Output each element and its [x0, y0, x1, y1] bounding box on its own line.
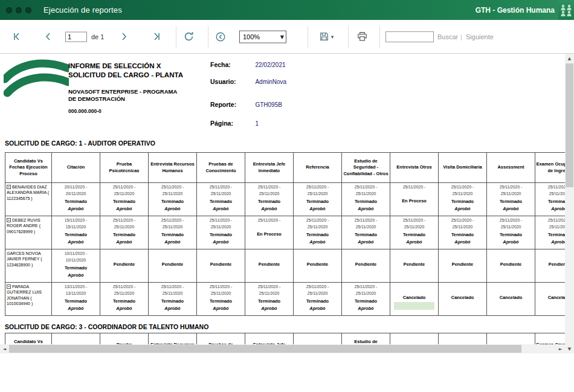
column-header: Entrevista Otros: [390, 333, 439, 345]
column-header: Pruebas de Conocimiento: [197, 153, 245, 183]
vertical-scroll-thumb[interactable]: [566, 63, 573, 187]
window-control-minimize[interactable]: [16, 7, 22, 13]
report-subtitle: NOVASOFT ENTERPRISE - PROGRAMA DE DEMOST…: [68, 88, 177, 103]
process-status-cell: 25/11/2020 -25/11/2020TerminadoAprobó: [100, 283, 149, 316]
process-status-cell: 25/11/2020 -25/11/2020TerminadoAprobó: [439, 183, 487, 216]
column-header: Entrevista Otros: [390, 153, 439, 183]
window-title: Ejecución de reportes: [44, 5, 122, 14]
process-status-cell: Pendiente: [535, 249, 566, 283]
report-meta: Fecha: 22/02/2021 Usuario: AdminNova Rep…: [210, 59, 349, 131]
chevron-down-icon: ▼: [280, 34, 286, 39]
last-page-button[interactable]: [149, 29, 164, 45]
meta-label: Página:: [210, 120, 253, 127]
next-page-button[interactable]: [116, 29, 132, 45]
candidate-row: BENAVIDES DIAZ ALEXANDRA MARIA ( 1122345…: [5, 183, 566, 216]
scroll-left-icon[interactable]: ◄: [0, 344, 9, 353]
scroll-right-icon[interactable]: ►: [556, 344, 565, 353]
process-status-cell: Pendiente: [487, 249, 535, 283]
process-status-cell: 25/11/2020 -En Proceso: [245, 216, 294, 249]
window-control-maximize[interactable]: [25, 7, 31, 13]
process-status-cell: 25/11/2020 -25/11/2020TerminadoAprobó: [294, 216, 342, 249]
print-button[interactable]: [354, 29, 370, 45]
scroll-down-icon[interactable]: ▼: [565, 344, 574, 353]
process-status-cell: 25/11/2020 -25/11/2020TerminadoAprobó: [294, 283, 342, 316]
expand-toggle-icon[interactable]: [7, 284, 11, 289]
horizontal-scroll-thumb[interactable]: [9, 345, 521, 353]
process-status-cell: 25/11/2020 -25/11/2020TerminadoAprobó: [197, 183, 245, 216]
column-header: Candidato Vs Fechas Ejecución Proceso: [5, 333, 52, 345]
export-save-button[interactable]: ▾: [314, 29, 338, 45]
meta-value: 1: [255, 120, 259, 127]
vertical-scrollbar[interactable]: ▲ ▼: [565, 54, 574, 353]
process-status-cell: 25/11/2020 -25/11/2020TerminadoAprobó: [535, 183, 566, 216]
toolbar-separator: [348, 26, 349, 48]
candidate-cell: PARADA GUTIERREZ LUIS JONATHAN ( 1010034…: [5, 283, 52, 316]
scroll-up-icon[interactable]: ▲: [565, 54, 574, 63]
column-header: Entrevista Recursos Humanos: [149, 153, 197, 183]
process-status-cell: Pendiente: [197, 249, 245, 283]
refresh-button[interactable]: [181, 29, 196, 45]
process-status-cell: Cancelado: [390, 283, 439, 316]
previous-page-button[interactable]: [40, 29, 56, 45]
first-page-button[interactable]: [8, 29, 24, 45]
selection-table-2: Candidato Vs Fechas Ejecución ProcesoCit…: [5, 333, 565, 344]
search-input[interactable]: [385, 31, 434, 42]
section-title-2: SOLICITUD DE CARGO: 3 - COORDINADOR DE T…: [5, 323, 208, 330]
process-status-cell: 25/11/2020 -25/11/2020TerminadoAprobó: [342, 283, 390, 316]
process-status-cell: Pendiente: [149, 249, 197, 283]
column-header: Entrevista Recursos Humanos: [149, 333, 197, 345]
candidate-cell: GARCES NOVOA JAVIER FERNEY ( 1234628900 …: [5, 249, 52, 283]
process-status-cell: 25/11/2020 -En Proceso: [390, 183, 439, 216]
report-subtitle-line1: NOVASOFT ENTERPRISE - PROGRAMA: [68, 88, 177, 95]
candidate-row: DEBEZ RUVIS ROGER ANDRE ( 09017628999 )1…: [5, 216, 566, 249]
process-status-cell: Cancelado: [487, 283, 535, 316]
report-title-line1: INFORME DE SELECCIÓN X: [68, 62, 183, 71]
column-header: Citación: [52, 153, 100, 183]
column-header: Citación: [52, 333, 100, 345]
process-status-cell: 25/11/2020 -25/11/2020TerminadoAprobó: [245, 183, 294, 216]
next-page-icon: [119, 31, 129, 42]
process-status-cell: 25/11/2020 -25/11/2020TerminadoAprobó: [197, 283, 245, 316]
page-number-input[interactable]: [65, 31, 87, 42]
back-to-parent-button[interactable]: [213, 29, 228, 45]
process-status-cell: 10/11/2020 -10/11/2020TerminadoAprobó: [52, 249, 100, 283]
find-next-link[interactable]: Siguiente: [466, 33, 494, 40]
process-status-cell: 15/11/2020 -15/11/2020TerminadoAprobó: [52, 216, 100, 249]
candidate-row: PARADA GUTIERREZ LUIS JONATHAN ( 1010034…: [5, 283, 566, 316]
process-status-cell: 25/11/2020 -25/11/2020TerminadoAprobó: [487, 183, 535, 216]
expand-toggle-icon[interactable]: [7, 185, 11, 189]
process-status-cell: 25/11/2020 -25/11/2020TerminadoAprobó: [439, 216, 487, 249]
column-header: Referencia: [294, 153, 342, 183]
meta-row-pagina: Página: 1: [210, 117, 259, 128]
meta-label: Reporte:: [210, 101, 253, 108]
column-header: Assessment: [487, 333, 535, 345]
save-icon: [319, 31, 329, 42]
page-count-label: de 1: [91, 33, 104, 40]
column-header: Examen Ocupacional de Ingreso: [535, 333, 566, 345]
back-arrow-icon: [215, 31, 226, 42]
refresh-icon: [183, 31, 195, 42]
selected-cell-highlight: [394, 302, 434, 310]
process-status-cell: Cancelado: [439, 283, 487, 316]
column-header: Entrevista Jefe Inmediato: [245, 153, 294, 183]
expand-toggle-icon[interactable]: [7, 218, 11, 222]
process-status-cell: 25/11/2020 -25/11/2020TerminadoAprobó: [294, 183, 342, 216]
window-control-close[interactable]: [6, 7, 12, 13]
app-badge: GTH - Gestión Humana: [476, 6, 555, 14]
process-status-cell: 13/11/2020 -13/11/2020TerminadoAprobó: [52, 283, 100, 316]
process-status-cell: 25/11/2020 -25/11/2020TerminadoAprobó: [197, 216, 245, 249]
chevron-down-icon: ▾: [331, 34, 334, 40]
horizontal-scrollbar[interactable]: ◄ ►: [0, 344, 565, 353]
process-status-cell: 25/11/2020 -25/11/2020TerminadoAprobó: [149, 283, 197, 316]
people-icon-svg: [559, 3, 573, 18]
process-status-cell: 25/11/2020 -25/11/2020TerminadoAprobó: [535, 216, 566, 249]
column-header: Estudio de Seguridad - Confiabilidad - O…: [342, 333, 390, 345]
toolbar-separator: [379, 26, 380, 48]
process-status-cell: 25/11/2020 -25/11/2020TerminadoAprobó: [100, 183, 149, 216]
section-title-1: SOLICITUD DE CARGO: 1 - AUDITOR OPERATIV…: [5, 140, 155, 147]
process-status-cell: 25/11/2020 -25/11/2020TerminadoAprobó: [100, 216, 149, 249]
process-status-cell: Pendiente: [390, 249, 439, 283]
find-link[interactable]: Buscar: [437, 33, 458, 40]
company-id: 000.000.000-0: [68, 108, 102, 114]
zoom-select[interactable]: 100% ▼: [239, 30, 286, 43]
